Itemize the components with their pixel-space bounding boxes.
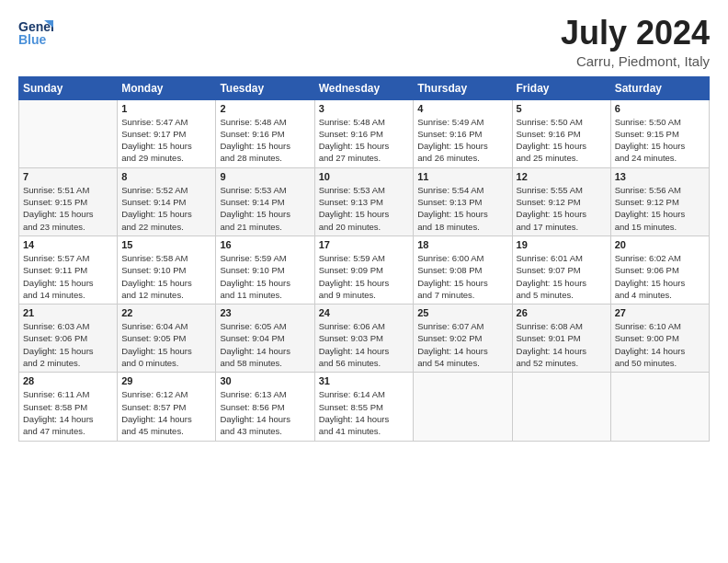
day-info: Sunrise: 5:49 AM Sunset: 9:16 PM Dayligh… bbox=[417, 116, 507, 165]
day-info: Sunrise: 5:52 AM Sunset: 9:14 PM Dayligh… bbox=[121, 184, 211, 233]
day-info: Sunrise: 6:01 AM Sunset: 9:07 PM Dayligh… bbox=[517, 252, 607, 301]
col-monday: Monday bbox=[118, 76, 216, 99]
day-number: 8 bbox=[121, 171, 211, 182]
table-row: 8Sunrise: 5:52 AM Sunset: 9:14 PM Daylig… bbox=[118, 167, 216, 236]
location: Carru, Piedmont, Italy bbox=[561, 53, 710, 69]
table-row: 30Sunrise: 6:13 AM Sunset: 8:56 PM Dayli… bbox=[216, 373, 314, 441]
table-row bbox=[512, 373, 610, 441]
day-info: Sunrise: 6:14 AM Sunset: 8:55 PM Dayligh… bbox=[319, 388, 410, 437]
day-number: 27 bbox=[615, 307, 705, 318]
title-section: July 2024 Carru, Piedmont, Italy bbox=[561, 15, 710, 69]
calendar-header-row: Sunday Monday Tuesday Wednesday Thursday… bbox=[19, 76, 710, 99]
day-number: 22 bbox=[121, 307, 211, 318]
day-number: 15 bbox=[121, 239, 211, 250]
table-row: 25Sunrise: 6:07 AM Sunset: 9:02 PM Dayli… bbox=[414, 304, 512, 373]
day-number: 7 bbox=[23, 171, 113, 182]
day-info: Sunrise: 5:53 AM Sunset: 9:14 PM Dayligh… bbox=[220, 184, 310, 233]
day-number: 18 bbox=[417, 239, 507, 250]
day-info: Sunrise: 6:00 AM Sunset: 9:08 PM Dayligh… bbox=[417, 252, 507, 301]
col-wednesday: Wednesday bbox=[314, 76, 414, 99]
table-row: 24Sunrise: 6:06 AM Sunset: 9:03 PM Dayli… bbox=[314, 304, 414, 373]
table-row bbox=[610, 373, 709, 441]
table-row: 3Sunrise: 5:48 AM Sunset: 9:16 PM Daylig… bbox=[314, 99, 414, 167]
table-row: 13Sunrise: 5:56 AM Sunset: 9:12 PM Dayli… bbox=[610, 167, 709, 236]
table-row: 19Sunrise: 6:01 AM Sunset: 9:07 PM Dayli… bbox=[512, 236, 610, 304]
table-row: 1Sunrise: 5:47 AM Sunset: 9:17 PM Daylig… bbox=[118, 99, 216, 167]
calendar: Sunday Monday Tuesday Wednesday Thursday… bbox=[18, 76, 710, 442]
day-info: Sunrise: 5:54 AM Sunset: 9:13 PM Dayligh… bbox=[417, 184, 507, 233]
day-number: 13 bbox=[615, 171, 705, 182]
calendar-week-row: 1Sunrise: 5:47 AM Sunset: 9:17 PM Daylig… bbox=[19, 99, 710, 167]
day-number: 19 bbox=[517, 239, 607, 250]
day-info: Sunrise: 6:08 AM Sunset: 9:01 PM Dayligh… bbox=[517, 320, 607, 369]
day-number: 9 bbox=[220, 171, 310, 182]
table-row: 31Sunrise: 6:14 AM Sunset: 8:55 PM Dayli… bbox=[314, 373, 414, 441]
day-info: Sunrise: 6:11 AM Sunset: 8:58 PM Dayligh… bbox=[23, 388, 113, 437]
day-info: Sunrise: 5:53 AM Sunset: 9:13 PM Dayligh… bbox=[319, 184, 410, 233]
day-info: Sunrise: 6:10 AM Sunset: 9:00 PM Dayligh… bbox=[615, 320, 705, 369]
table-row: 12Sunrise: 5:55 AM Sunset: 9:12 PM Dayli… bbox=[512, 167, 610, 236]
col-friday: Friday bbox=[512, 76, 610, 99]
day-number: 6 bbox=[615, 103, 705, 114]
day-info: Sunrise: 5:55 AM Sunset: 9:12 PM Dayligh… bbox=[517, 184, 607, 233]
day-number: 29 bbox=[121, 375, 211, 386]
logo: General Blue bbox=[18, 15, 53, 50]
day-number: 23 bbox=[220, 307, 310, 318]
table-row: 17Sunrise: 5:59 AM Sunset: 9:09 PM Dayli… bbox=[314, 236, 414, 304]
header: General Blue July 2024 Carru, Piedmont, … bbox=[18, 15, 710, 69]
day-number: 2 bbox=[220, 103, 310, 114]
day-info: Sunrise: 5:48 AM Sunset: 9:16 PM Dayligh… bbox=[319, 116, 410, 165]
table-row: 2Sunrise: 5:48 AM Sunset: 9:16 PM Daylig… bbox=[216, 99, 314, 167]
day-info: Sunrise: 5:51 AM Sunset: 9:15 PM Dayligh… bbox=[23, 184, 113, 233]
col-saturday: Saturday bbox=[610, 76, 709, 99]
day-info: Sunrise: 5:59 AM Sunset: 9:10 PM Dayligh… bbox=[220, 252, 310, 301]
col-thursday: Thursday bbox=[414, 76, 512, 99]
table-row: 11Sunrise: 5:54 AM Sunset: 9:13 PM Dayli… bbox=[414, 167, 512, 236]
day-info: Sunrise: 5:59 AM Sunset: 9:09 PM Dayligh… bbox=[319, 252, 410, 301]
table-row: 21Sunrise: 6:03 AM Sunset: 9:06 PM Dayli… bbox=[19, 304, 118, 373]
table-row bbox=[19, 99, 118, 167]
calendar-week-row: 28Sunrise: 6:11 AM Sunset: 8:58 PM Dayli… bbox=[19, 373, 710, 441]
day-number: 1 bbox=[121, 103, 211, 114]
table-row: 23Sunrise: 6:05 AM Sunset: 9:04 PM Dayli… bbox=[216, 304, 314, 373]
svg-text:Blue: Blue bbox=[18, 32, 47, 47]
day-info: Sunrise: 6:02 AM Sunset: 9:06 PM Dayligh… bbox=[615, 252, 705, 301]
col-sunday: Sunday bbox=[19, 76, 118, 99]
month-year: July 2024 bbox=[561, 15, 710, 52]
day-info: Sunrise: 6:03 AM Sunset: 9:06 PM Dayligh… bbox=[23, 320, 113, 369]
table-row bbox=[414, 373, 512, 441]
day-number: 24 bbox=[319, 307, 410, 318]
table-row: 18Sunrise: 6:00 AM Sunset: 9:08 PM Dayli… bbox=[414, 236, 512, 304]
day-number: 17 bbox=[319, 239, 410, 250]
day-info: Sunrise: 6:04 AM Sunset: 9:05 PM Dayligh… bbox=[121, 320, 211, 369]
table-row: 15Sunrise: 5:58 AM Sunset: 9:10 PM Dayli… bbox=[118, 236, 216, 304]
day-number: 30 bbox=[220, 375, 310, 386]
day-number: 12 bbox=[517, 171, 607, 182]
table-row: 14Sunrise: 5:57 AM Sunset: 9:11 PM Dayli… bbox=[19, 236, 118, 304]
day-info: Sunrise: 5:48 AM Sunset: 9:16 PM Dayligh… bbox=[220, 116, 310, 165]
day-number: 5 bbox=[517, 103, 607, 114]
day-number: 28 bbox=[23, 375, 113, 386]
day-number: 4 bbox=[417, 103, 507, 114]
table-row: 7Sunrise: 5:51 AM Sunset: 9:15 PM Daylig… bbox=[19, 167, 118, 236]
day-info: Sunrise: 5:58 AM Sunset: 9:10 PM Dayligh… bbox=[121, 252, 211, 301]
day-number: 20 bbox=[615, 239, 705, 250]
table-row: 9Sunrise: 5:53 AM Sunset: 9:14 PM Daylig… bbox=[216, 167, 314, 236]
col-tuesday: Tuesday bbox=[216, 76, 314, 99]
day-info: Sunrise: 5:47 AM Sunset: 9:17 PM Dayligh… bbox=[121, 116, 211, 165]
day-info: Sunrise: 5:56 AM Sunset: 9:12 PM Dayligh… bbox=[615, 184, 705, 233]
day-info: Sunrise: 5:57 AM Sunset: 9:11 PM Dayligh… bbox=[23, 252, 113, 301]
table-row: 26Sunrise: 6:08 AM Sunset: 9:01 PM Dayli… bbox=[512, 304, 610, 373]
day-info: Sunrise: 6:05 AM Sunset: 9:04 PM Dayligh… bbox=[220, 320, 310, 369]
day-info: Sunrise: 5:50 AM Sunset: 9:15 PM Dayligh… bbox=[615, 116, 705, 165]
day-number: 26 bbox=[517, 307, 607, 318]
calendar-week-row: 14Sunrise: 5:57 AM Sunset: 9:11 PM Dayli… bbox=[19, 236, 710, 304]
day-info: Sunrise: 6:07 AM Sunset: 9:02 PM Dayligh… bbox=[417, 320, 507, 369]
calendar-week-row: 21Sunrise: 6:03 AM Sunset: 9:06 PM Dayli… bbox=[19, 304, 710, 373]
page: General Blue July 2024 Carru, Piedmont, … bbox=[0, 0, 728, 563]
day-number: 10 bbox=[319, 171, 410, 182]
table-row: 10Sunrise: 5:53 AM Sunset: 9:13 PM Dayli… bbox=[314, 167, 414, 236]
day-number: 21 bbox=[23, 307, 113, 318]
table-row: 20Sunrise: 6:02 AM Sunset: 9:06 PM Dayli… bbox=[610, 236, 709, 304]
day-info: Sunrise: 6:12 AM Sunset: 8:57 PM Dayligh… bbox=[121, 388, 211, 437]
